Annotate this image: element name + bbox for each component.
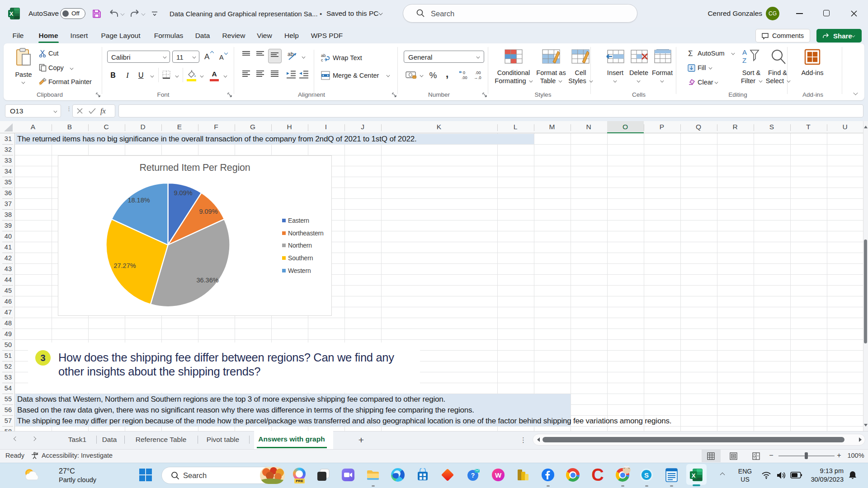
svg-text:?: ?: [471, 472, 475, 479]
svg-text:W: W: [495, 471, 502, 479]
svg-text:S: S: [644, 471, 649, 479]
svg-text:X: X: [692, 472, 696, 479]
